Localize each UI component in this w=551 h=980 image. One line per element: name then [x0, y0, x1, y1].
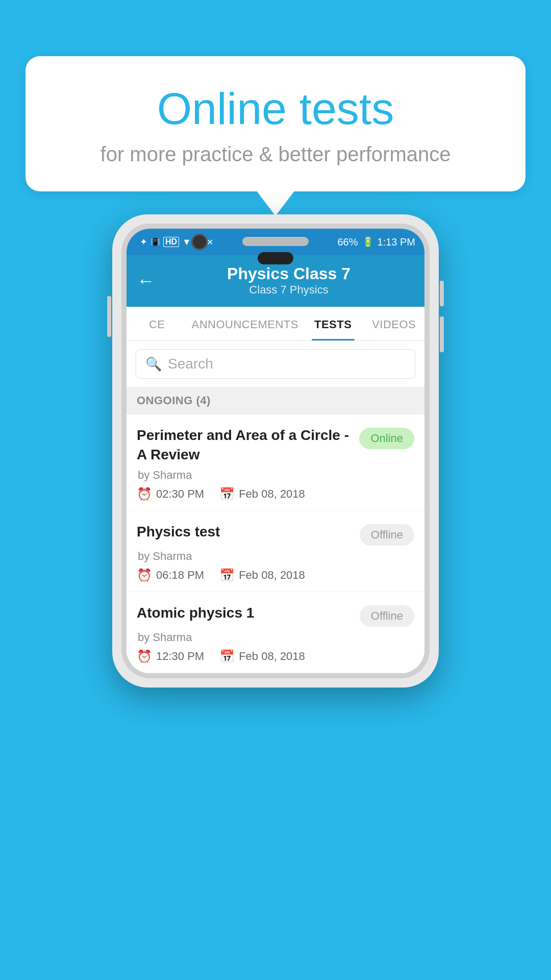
search-box[interactable]: 🔍 Search — [136, 349, 415, 379]
test-date: 📅 Feb 08, 2018 — [219, 487, 305, 501]
test-author: by Sharma — [138, 469, 414, 482]
tab-videos[interactable]: VIDEOS — [363, 307, 424, 340]
bubble-subtitle: for more practice & better performance — [56, 143, 495, 166]
vibrate-icon: 📳 — [151, 237, 160, 247]
test-item-header: Physics test Offline — [137, 522, 414, 546]
bubble-title: Online tests — [56, 84, 495, 134]
page-title: Physics Class 7 — [163, 264, 414, 283]
test-meta: ⏰ 12:30 PM 📅 Feb 08, 2018 — [137, 649, 414, 664]
section-header-ongoing: ONGOING (4) — [127, 387, 424, 414]
phone-power-button — [107, 296, 111, 337]
tab-announcements[interactable]: ANNOUNCEMENTS — [188, 307, 303, 340]
test-time: ⏰ 02:30 PM — [137, 487, 204, 501]
page-breadcrumb: Class 7 Physics — [163, 283, 414, 297]
test-item[interactable]: Physics test Offline by Sharma ⏰ 06:18 P… — [127, 511, 424, 592]
test-title: Perimeter and Area of a Circle - A Revie… — [137, 426, 351, 464]
tab-bar: CE ANNOUNCEMENTS TESTS VIDEOS — [127, 307, 424, 341]
back-button[interactable]: ← — [137, 270, 155, 291]
phone-vol-up — [440, 281, 444, 306]
phone-vol-down — [440, 316, 444, 352]
test-date: 📅 Feb 08, 2018 — [219, 568, 305, 582]
test-title: Physics test — [137, 522, 352, 542]
calendar-icon: 📅 — [219, 568, 235, 582]
phone-home-indicator — [258, 252, 293, 264]
top-bar-title-area: Physics Class 7 Class 7 Physics — [163, 264, 414, 297]
phone-camera — [191, 234, 208, 250]
search-container: 🔍 Search — [127, 341, 424, 387]
battery-percent: 66% — [337, 236, 358, 248]
test-time: ⏰ 06:18 PM — [137, 568, 204, 582]
test-title: Atomic physics 1 — [137, 603, 352, 623]
clock-icon: ⏰ — [137, 649, 152, 664]
test-item-header: Atomic physics 1 Offline — [137, 603, 414, 627]
clock-icon: ⏰ — [137, 568, 152, 582]
phone-mockup: ✦ 📳 HD ▼ ▲ ✕ 66% 🔋 1:13 PM — [112, 214, 439, 688]
test-status-badge: Offline — [360, 605, 414, 627]
wifi-icon: ▼ — [182, 237, 191, 248]
test-date: 📅 Feb 08, 2018 — [219, 649, 305, 664]
test-status-badge: Online — [359, 428, 414, 449]
tab-tests[interactable]: TESTS — [303, 307, 364, 340]
test-item[interactable]: Atomic physics 1 Offline by Sharma ⏰ 12:… — [127, 592, 424, 673]
test-author: by Sharma — [138, 550, 414, 563]
clock-icon: ⏰ — [137, 487, 152, 501]
battery-icon: 🔋 — [362, 236, 373, 248]
phone-speaker — [242, 237, 309, 246]
test-time: ⏰ 12:30 PM — [137, 649, 204, 664]
calendar-icon: 📅 — [219, 649, 235, 664]
tab-ce[interactable]: CE — [127, 307, 188, 340]
phone-screen: ✦ 📳 HD ▼ ▲ ✕ 66% 🔋 1:13 PM — [127, 229, 424, 673]
test-meta: ⏰ 06:18 PM 📅 Feb 08, 2018 — [137, 568, 414, 582]
test-item[interactable]: Perimeter and Area of a Circle - A Revie… — [127, 414, 424, 511]
search-icon: 🔍 — [145, 356, 162, 372]
test-meta: ⏰ 02:30 PM 📅 Feb 08, 2018 — [137, 487, 414, 501]
status-time: 1:13 PM — [378, 236, 415, 248]
bluetooth-icon: ✦ — [140, 236, 147, 248]
test-author: by Sharma — [138, 631, 414, 644]
speech-bubble: Online tests for more practice & better … — [26, 56, 525, 191]
test-item-header: Perimeter and Area of a Circle - A Revie… — [137, 426, 414, 464]
search-placeholder: Search — [168, 356, 213, 372]
test-status-badge: Offline — [360, 524, 414, 546]
calendar-icon: 📅 — [219, 487, 235, 501]
hd-icon: HD — [163, 237, 179, 247]
